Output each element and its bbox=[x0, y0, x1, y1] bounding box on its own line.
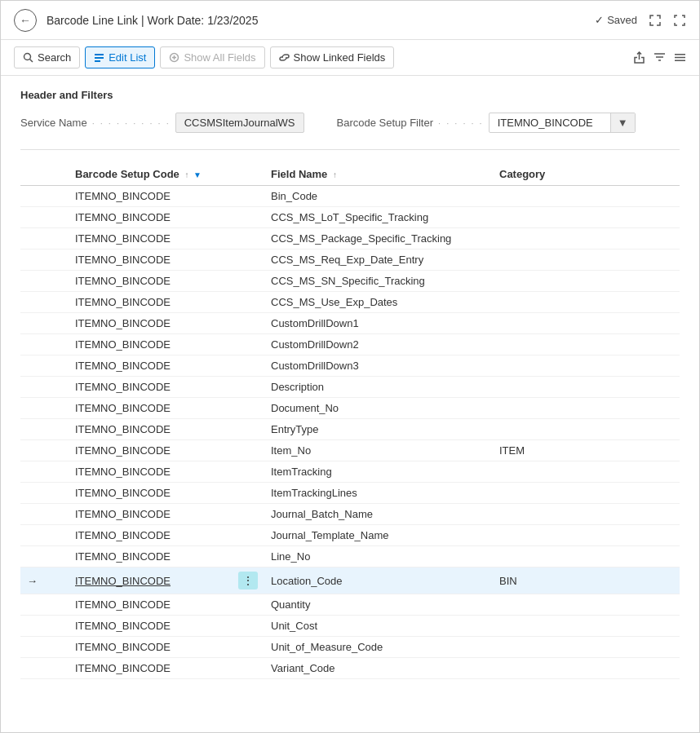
show-all-fields-button[interactable]: Show All Fields bbox=[160, 46, 264, 68]
row-indicator bbox=[20, 313, 44, 334]
table-row: ITEMNO_BINCODEUnit_of_Measure_Code bbox=[20, 637, 680, 658]
col-header-barcode-setup-code[interactable]: Barcode Setup Code ↑ ▼ bbox=[69, 163, 232, 186]
row-checkbox-cell[interactable] bbox=[44, 355, 69, 377]
barcode-code-filter-icon[interactable]: ▼ bbox=[193, 170, 202, 179]
field-name-cell: Bin_Code bbox=[264, 186, 493, 207]
row-indicator: → bbox=[20, 567, 44, 594]
row-dots-cell bbox=[232, 249, 264, 271]
table-row: ITEMNO_BINCODECCS_MS_SN_Specific_Trackin… bbox=[20, 271, 680, 292]
search-button[interactable]: Search bbox=[14, 46, 80, 68]
category-cell bbox=[493, 271, 680, 292]
row-checkbox-cell[interactable] bbox=[44, 398, 69, 419]
row-checkbox-cell[interactable] bbox=[44, 377, 69, 398]
filter-button[interactable] bbox=[653, 51, 666, 64]
table-header-row: Barcode Setup Code ↑ ▼ Field Name ↑ Cate… bbox=[20, 163, 680, 186]
barcode-setup-code-cell: ITEMNO_BINCODE bbox=[69, 546, 232, 567]
table-row: ITEMNO_BINCODECustomDrillDown3 bbox=[20, 355, 680, 377]
row-checkbox-cell[interactable] bbox=[44, 504, 69, 525]
category-cell bbox=[493, 483, 680, 504]
category-cell bbox=[493, 398, 680, 419]
more-options-button[interactable] bbox=[674, 51, 686, 64]
table-row: ITEMNO_BINCODECCS_MS_LoT_Specific_Tracki… bbox=[20, 207, 680, 228]
table-row: ITEMNO_BINCODELine_No bbox=[20, 546, 680, 567]
table-row: ITEMNO_BINCODEDocument_No bbox=[20, 398, 680, 419]
edit-list-button[interactable]: Edit List bbox=[85, 46, 155, 68]
table-row: ITEMNO_BINCODEDescription bbox=[20, 377, 680, 398]
svg-rect-9 bbox=[675, 57, 685, 59]
row-checkbox-cell[interactable] bbox=[44, 546, 69, 567]
expand-button[interactable] bbox=[649, 14, 662, 27]
table-row: ITEMNO_BINCODEJournal_Template_Name bbox=[20, 525, 680, 546]
table-row: →ITEMNO_BINCODE⋮Location_CodeBIN bbox=[20, 567, 680, 594]
category-cell bbox=[493, 292, 680, 313]
row-dots-cell bbox=[232, 355, 264, 377]
row-checkbox-cell[interactable] bbox=[44, 186, 69, 207]
header-fields: Service Name · · · · · · · · · · CCSMSIt… bbox=[20, 113, 680, 133]
row-checkbox-cell[interactable] bbox=[44, 334, 69, 355]
back-button[interactable]: ← bbox=[14, 9, 37, 32]
three-dots-button[interactable]: ⋮ bbox=[238, 572, 258, 589]
barcode-filter-dropdown-arrow[interactable]: ▼ bbox=[610, 113, 635, 132]
row-checkbox-cell[interactable] bbox=[44, 419, 69, 440]
col-header-category: Category bbox=[493, 163, 680, 186]
table-row: ITEMNO_BINCODEEntryType bbox=[20, 419, 680, 440]
row-checkbox-cell[interactable] bbox=[44, 567, 69, 594]
row-checkbox-cell[interactable] bbox=[44, 228, 69, 249]
svg-rect-3 bbox=[95, 57, 104, 59]
row-checkbox-cell[interactable] bbox=[44, 313, 69, 334]
category-cell bbox=[493, 546, 680, 567]
fullscreen-button[interactable] bbox=[673, 14, 686, 27]
col-header-checkbox bbox=[44, 163, 69, 186]
barcode-setup-code-cell: ITEMNO_BINCODE bbox=[69, 271, 232, 292]
row-checkbox-cell[interactable] bbox=[44, 525, 69, 546]
barcode-setup-code-cell: ITEMNO_BINCODE bbox=[69, 419, 232, 440]
service-name-label: Service Name bbox=[20, 117, 87, 129]
barcode-filter-select[interactable]: ITEMNO_BINCODE ▼ bbox=[489, 113, 636, 133]
barcode-setup-code-cell: ITEMNO_BINCODE bbox=[69, 658, 232, 679]
barcode-setup-code-cell: ITEMNO_BINCODE bbox=[69, 313, 232, 334]
field-name-cell: Document_No bbox=[264, 398, 493, 419]
row-indicator bbox=[20, 228, 44, 249]
row-dots-cell bbox=[232, 461, 264, 483]
col-header-field-name[interactable]: Field Name ↑ bbox=[264, 163, 493, 186]
barcode-setup-code-cell: ITEMNO_BINCODE bbox=[69, 483, 232, 504]
row-checkbox-cell[interactable] bbox=[44, 637, 69, 658]
svg-rect-10 bbox=[675, 60, 685, 62]
svg-rect-8 bbox=[675, 54, 685, 55]
table-row: ITEMNO_BINCODEItemTrackingLines bbox=[20, 483, 680, 504]
row-checkbox-cell[interactable] bbox=[44, 658, 69, 679]
row-dots-cell[interactable]: ⋮ bbox=[232, 567, 264, 594]
barcode-filter-value: ITEMNO_BINCODE bbox=[490, 113, 610, 132]
field-name-cell: CustomDrillDown3 bbox=[264, 355, 493, 377]
service-name-value[interactable]: CCSMSItemJournalWS bbox=[175, 113, 304, 133]
field-name-cell: Unit_Cost bbox=[264, 616, 493, 637]
field-name-cell: EntryType bbox=[264, 419, 493, 440]
category-cell: ITEM bbox=[493, 440, 680, 461]
table-row: ITEMNO_BINCODECustomDrillDown2 bbox=[20, 334, 680, 355]
row-checkbox-cell[interactable] bbox=[44, 461, 69, 483]
show-linked-fields-button[interactable]: Show Linked Fields bbox=[270, 46, 395, 68]
row-checkbox-cell[interactable] bbox=[44, 292, 69, 313]
table-row: ITEMNO_BINCODEItem_NoITEM bbox=[20, 440, 680, 461]
row-dots-cell bbox=[232, 186, 264, 207]
barcode-setup-code-cell: ITEMNO_BINCODE bbox=[69, 504, 232, 525]
row-dots-cell bbox=[232, 292, 264, 313]
row-checkbox-cell[interactable] bbox=[44, 483, 69, 504]
row-indicator bbox=[20, 483, 44, 504]
row-checkbox-cell[interactable] bbox=[44, 594, 69, 616]
title-bar: ← Barcode Line Link | Work Date: 1/23/20… bbox=[1, 1, 699, 40]
category-cell bbox=[493, 249, 680, 271]
category-cell: BIN bbox=[493, 567, 680, 594]
category-cell bbox=[493, 228, 680, 249]
row-indicator bbox=[20, 292, 44, 313]
row-indicator bbox=[20, 504, 44, 525]
row-checkbox-cell[interactable] bbox=[44, 271, 69, 292]
row-indicator bbox=[20, 398, 44, 419]
field-name-cell: CustomDrillDown2 bbox=[264, 334, 493, 355]
row-checkbox-cell[interactable] bbox=[44, 207, 69, 228]
share-button[interactable] bbox=[633, 51, 645, 64]
field-name-cell: CCS_MS_SN_Specific_Tracking bbox=[264, 271, 493, 292]
row-checkbox-cell[interactable] bbox=[44, 616, 69, 637]
row-checkbox-cell[interactable] bbox=[44, 249, 69, 271]
row-checkbox-cell[interactable] bbox=[44, 440, 69, 461]
